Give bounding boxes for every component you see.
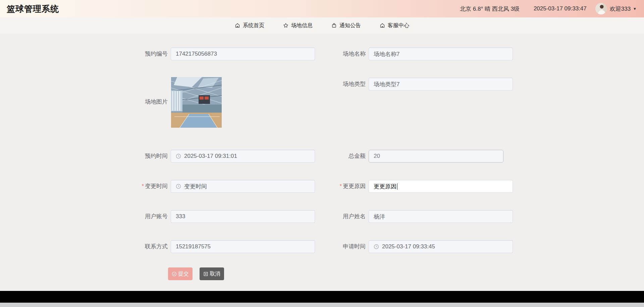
field-user-name: 用户姓名 xyxy=(329,210,513,223)
submit-label: 提交 xyxy=(178,270,189,278)
apply-time-input[interactable]: 2025-03-17 09:33:45 xyxy=(369,240,513,253)
venue-name-label: 场地名称 xyxy=(329,48,366,57)
home-icon xyxy=(235,23,240,28)
house-icon xyxy=(380,23,385,28)
field-change-time: *变更时间 变更时间 xyxy=(131,180,315,193)
user-name-label: 用户姓名 xyxy=(329,210,366,220)
nav-item-notices[interactable]: 通知公告 xyxy=(331,22,361,29)
nav-item-home[interactable]: 系统首页 xyxy=(235,22,264,29)
check-circle-icon xyxy=(172,271,177,277)
user-account-label: 用户账号 xyxy=(131,210,168,220)
app-header: 篮球管理系统 北京 6.8° 晴 西北风 3级 2025-03-17 09:33… xyxy=(0,0,644,17)
field-change-reason: *更更原因 更更原因 xyxy=(329,180,513,193)
booking-time-input[interactable]: 2025-03-17 09:31:01 xyxy=(171,150,315,163)
change-time-label: *变更时间 xyxy=(131,180,168,190)
page: 篮球管理系统 北京 6.8° 晴 西北风 3级 2025-03-17 09:33… xyxy=(0,0,644,307)
booking-time-label: 预约时间 xyxy=(131,150,168,160)
field-venue-name: 场地名称 xyxy=(329,48,513,60)
apply-time-label: 申请时间 xyxy=(329,240,366,250)
user-photo-icon xyxy=(595,3,607,14)
text-cursor xyxy=(397,183,397,190)
venue-image-label: 场地图片 xyxy=(131,77,168,105)
clock-icon xyxy=(176,154,181,159)
booking-no-input[interactable] xyxy=(171,48,315,60)
change-reason-label: *更更原因 xyxy=(329,180,366,190)
contact-input[interactable] xyxy=(171,240,315,253)
bottom-strip xyxy=(0,303,644,307)
apply-time-value: 2025-03-17 09:33:45 xyxy=(382,243,435,250)
booking-time-value: 2025-03-17 09:31:01 xyxy=(184,153,237,160)
x-square-icon xyxy=(203,271,208,277)
required-mark: * xyxy=(340,183,342,189)
booking-change-form: 预约编号 场地名称 场地图片 xyxy=(0,34,644,291)
app-title: 篮球管理系统 xyxy=(7,3,59,14)
nav-item-label: 场地信息 xyxy=(291,22,313,29)
venue-name-input[interactable] xyxy=(369,48,513,60)
field-contact: 联系方式 xyxy=(131,240,315,253)
star-icon xyxy=(283,23,288,28)
field-total-amount: 总金额 xyxy=(329,150,503,163)
field-user-account: 用户账号 xyxy=(131,210,315,223)
total-amount-input[interactable] xyxy=(369,150,503,163)
nav-item-label: 通知公告 xyxy=(339,22,361,29)
contact-label: 联系方式 xyxy=(131,240,168,250)
change-time-input[interactable]: 变更时间 xyxy=(171,180,315,193)
venue-photo[interactable] xyxy=(171,77,222,128)
weather-text: 北京 6.8° 晴 西北风 3级 xyxy=(460,5,520,13)
nav-item-venues[interactable]: 场地信息 xyxy=(283,22,313,29)
clock-icon xyxy=(374,244,379,249)
change-reason-value: 更更原因 xyxy=(374,183,396,190)
submit-button[interactable]: 提交 xyxy=(168,267,193,280)
total-amount-label: 总金额 xyxy=(329,150,366,160)
user-name-input[interactable] xyxy=(369,210,513,223)
nav-item-support[interactable]: 客服中心 xyxy=(380,22,409,29)
header-right: 北京 6.8° 晴 西北风 3级 2025-03-17 09:33:47 欢迎3… xyxy=(460,3,637,14)
booking-no-label: 预约编号 xyxy=(131,48,168,57)
field-booking-no: 预约编号 xyxy=(131,48,315,60)
field-booking-time: 预约时间 2025-03-17 09:31:01 xyxy=(131,150,315,163)
bag-icon xyxy=(331,23,337,28)
welcome-text[interactable]: 欢迎333 xyxy=(610,5,631,13)
field-apply-time: 申请时间 2025-03-17 09:33:45 xyxy=(329,240,513,253)
field-venue-image: 场地图片 xyxy=(131,77,168,105)
user-account-input[interactable] xyxy=(171,210,315,223)
venue-type-input[interactable] xyxy=(369,78,513,90)
datetime-text: 2025-03-17 09:33:47 xyxy=(534,5,587,12)
nav-item-label: 客服中心 xyxy=(388,22,409,29)
cancel-button[interactable]: 取消 xyxy=(200,267,224,280)
clock-icon xyxy=(176,184,181,189)
avatar[interactable] xyxy=(595,3,607,14)
nav-bar: 系统首页 场地信息 通知公告 客服中心 xyxy=(0,17,644,34)
change-time-placeholder: 变更时间 xyxy=(184,183,207,190)
venue-type-label: 场地类型 xyxy=(329,78,366,87)
change-reason-input[interactable]: 更更原因 xyxy=(369,180,513,193)
field-venue-type: 场地类型 xyxy=(329,78,513,90)
footer-bar xyxy=(0,291,644,303)
cancel-label: 取消 xyxy=(210,270,220,278)
nav-item-label: 系统首页 xyxy=(243,22,264,29)
venue-photo-icon xyxy=(171,77,222,128)
chevron-down-icon[interactable]: ▼ xyxy=(633,7,637,11)
required-mark: * xyxy=(142,183,144,189)
